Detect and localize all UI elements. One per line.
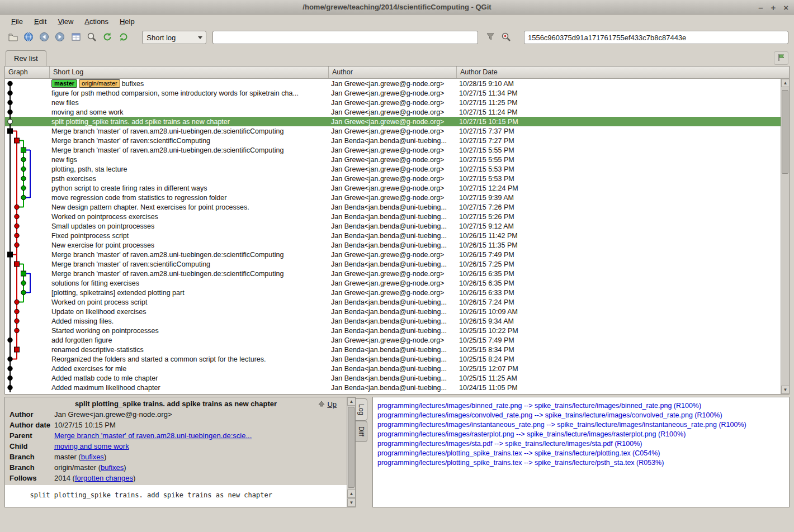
menu-help[interactable]: Help <box>114 16 140 27</box>
commit-row[interactable]: Merge branch 'master' of raven:scientifi… <box>5 136 789 145</box>
tab-rev-list[interactable]: Rev list <box>6 50 46 66</box>
commit-row[interactable]: Added maximum likelihood chapterJan Bend… <box>5 383 789 392</box>
commit-row[interactable]: new figsJan Grewe<jan.grewe@g-node.org>1… <box>5 155 789 164</box>
commit-message-cell: masterorigin/masterbufixes <box>50 79 329 88</box>
commit-row[interactable]: Small updates on pointprocessesJan Benda… <box>5 221 789 231</box>
file-rename-entry[interactable]: programming/lectures/plotting_spike_trai… <box>377 458 784 468</box>
rev-list-scrollbar[interactable]: ▲ ▼ <box>781 79 789 394</box>
commit-row[interactable]: Merge branch 'master' of raven.am28.uni-… <box>5 145 789 155</box>
titlebar: /home/grewe/teaching/2014/scientificComp… <box>0 0 794 15</box>
reload-button[interactable] <box>116 30 130 45</box>
commit-author-cell: Jan Benda<jan.benda@uni-tuebing... <box>329 298 457 306</box>
commit-row[interactable]: Merge branch 'master' of raven.am28.uni-… <box>5 269 789 278</box>
commit-graph <box>5 136 50 145</box>
details-scrollbar-thumb[interactable] <box>348 407 355 488</box>
commit-message-cell: move regression code from statistics to … <box>50 194 329 202</box>
file-rename-entry[interactable]: programming/lectures/images/convolved_ra… <box>377 411 784 420</box>
toolbar: Short log <box>0 28 794 47</box>
detail-link[interactable]: Merge branch 'master' of raven.am28.uni-… <box>54 431 252 440</box>
file-rename-entry[interactable]: programming/lectures/images/rasterplot.p… <box>377 430 784 439</box>
commit-row[interactable]: split plotting_spike trains. add spike t… <box>5 117 789 126</box>
commit-subject: Merge branch 'master' of raven.am28.uni-… <box>51 146 283 154</box>
commit-row[interactable]: Update on likelihood exercisesJan Benda<… <box>5 307 789 316</box>
commit-row[interactable]: Added exercises for mleJan Benda<jan.ben… <box>5 364 789 373</box>
commit-date-cell: 10/27/15 11:24 PM <box>457 108 789 116</box>
menu-actions[interactable]: Actions <box>79 16 114 27</box>
commit-message-cell: new files <box>50 99 329 107</box>
menu-edit[interactable]: Edit <box>29 16 52 27</box>
file-rename-entry[interactable]: programming/lectures/images/sta.pdf --> … <box>377 439 784 449</box>
detail-link[interactable]: bufixes <box>81 453 104 461</box>
file-rename-entry[interactable]: programming/lectures/plotting_spike_trai… <box>377 449 784 458</box>
detail-link[interactable]: forgotten changes <box>75 474 133 482</box>
commit-row[interactable]: masterorigin/masterbufixesJan Grewe<jan.… <box>5 79 789 88</box>
details-scroll-up-icon[interactable]: ▲ <box>347 397 356 406</box>
commit-subject: Reorganized the folders and started a co… <box>51 355 266 363</box>
log-view-select[interactable]: Short log <box>142 31 206 44</box>
forward-button[interactable] <box>53 30 67 45</box>
commit-row[interactable]: Merge branch 'master' of raven:scientifi… <box>5 259 789 269</box>
commit-row[interactable]: solutions for fitting exercisesJan Grewe… <box>5 278 789 288</box>
commit-row[interactable]: python script to create firing rates in … <box>5 183 789 193</box>
open-button[interactable] <box>6 30 20 45</box>
file-rename-entry[interactable]: programming/lectures/images/instantaneou… <box>377 420 784 430</box>
minimize-button[interactable]: – <box>758 3 763 12</box>
find-sha-button[interactable] <box>499 30 513 45</box>
sha-input[interactable] <box>524 31 788 44</box>
commit-row[interactable]: Added matlab code to mle chapterJan Bend… <box>5 373 789 383</box>
maximize-button[interactable]: + <box>771 3 776 12</box>
column-header-short-log[interactable]: Short Log <box>50 66 329 78</box>
details-scroll-down-icon[interactable]: ▼ <box>347 498 356 507</box>
detail-field-value: Jan Grewe<jan.grewe@g-node.org> <box>54 409 347 420</box>
commit-graph <box>5 79 50 88</box>
up-link[interactable]: Up <box>318 400 337 408</box>
scrollbar-thumb[interactable] <box>782 90 788 174</box>
commit-row[interactable]: Worked on pointprocess exercisesJan Bend… <box>5 212 789 221</box>
commit-message-cell: New exercise for point processes <box>50 241 329 249</box>
commit-row[interactable]: move regression code from statistics to … <box>5 193 789 202</box>
commit-row[interactable]: Fixed pointprocess scriptJan Benda<jan.b… <box>5 231 789 240</box>
view-button[interactable] <box>21 30 35 45</box>
commit-row[interactable]: Reorganized the folders and started a co… <box>5 354 789 364</box>
commit-row[interactable]: add forgotten figureJan Grewe<jan.grewe@… <box>5 335 789 345</box>
commit-graph <box>5 212 50 221</box>
commit-row[interactable]: Added missing files.Jan Benda<jan.benda@… <box>5 316 789 326</box>
scroll-up-icon[interactable]: ▲ <box>781 79 790 87</box>
tree-filter-button[interactable] <box>774 51 788 65</box>
menu-file[interactable]: File <box>6 16 29 27</box>
commit-row[interactable]: Worked on point process scriptJan Benda<… <box>5 297 789 307</box>
commit-row[interactable]: figure for psth method comparsion, some … <box>5 88 789 98</box>
commit-subject: Merge branch 'master' of raven:scientifi… <box>51 260 210 268</box>
filter-input[interactable] <box>212 31 478 44</box>
column-header-author-date[interactable]: Author Date <box>457 66 789 78</box>
column-header-author[interactable]: Author <box>329 66 457 78</box>
commit-row[interactable]: renamed descriptive-statisticsJan Benda<… <box>5 345 789 354</box>
file-rename-entry[interactable]: programming/lectures/images/binned_rate.… <box>377 401 784 411</box>
tree-view-button[interactable] <box>69 30 83 45</box>
commit-row[interactable]: new filesJan Grewe<jan.grewe@g-node.org>… <box>5 98 789 107</box>
details-scrollbar[interactable]: ▲ ▲ ▼ <box>347 397 355 507</box>
lens-button[interactable] <box>84 30 98 45</box>
commit-row[interactable]: psth exercisesJan Grewe<jan.grewe@g-node… <box>5 174 789 183</box>
detail-link[interactable]: moving and some work <box>54 442 129 450</box>
scroll-down-icon[interactable]: ▼ <box>781 386 790 394</box>
commit-row[interactable]: Merge branch 'master' of raven.am28.uni-… <box>5 126 789 136</box>
commit-date-cell: 10/26/15 7:25 PM <box>457 260 789 268</box>
commit-row[interactable]: New design pattern chapter. Next exercis… <box>5 202 789 212</box>
commit-row[interactable]: plotting, psth, sta lectureJan Grewe<jan… <box>5 164 789 174</box>
details-scroll-up2-icon[interactable]: ▲ <box>347 490 356 498</box>
tab-log[interactable]: Log <box>355 398 367 421</box>
commit-row[interactable]: Merge branch 'master' of raven.am28.uni-… <box>5 250 789 259</box>
commit-row[interactable]: moving and some workJan Grewe<jan.grewe@… <box>5 107 789 117</box>
refresh-button[interactable] <box>101 30 115 45</box>
commit-row[interactable]: New exercise for point processesJan Bend… <box>5 240 789 250</box>
detail-link[interactable]: bufixes <box>101 463 124 472</box>
commit-row[interactable]: Started working on pointprocessesJan Ben… <box>5 326 789 335</box>
close-button[interactable]: × <box>783 3 788 12</box>
menu-view[interactable]: View <box>52 16 79 27</box>
commit-row[interactable]: [plotting, spiketrains] extended plottin… <box>5 288 789 297</box>
highlight-button[interactable] <box>483 30 497 45</box>
tab-diff[interactable]: Diff <box>355 421 367 442</box>
back-button[interactable] <box>37 30 51 45</box>
column-header-graph[interactable]: Graph <box>5 66 50 78</box>
